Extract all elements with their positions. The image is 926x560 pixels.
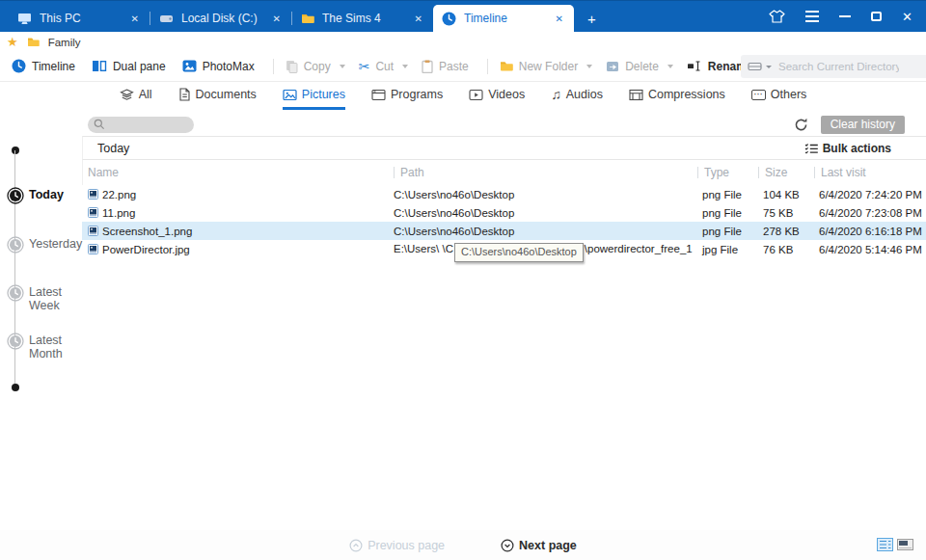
clock-icon: [7, 187, 24, 204]
sidebar-item-latest-week[interactable]: Latest Week: [7, 284, 79, 313]
clock-icon: [7, 284, 24, 302]
close-icon[interactable]: ✕: [129, 13, 141, 24]
sidebar-item-today[interactable]: Today: [7, 187, 64, 204]
clear-history-button[interactable]: Clear history: [821, 116, 905, 134]
table-row[interactable]: 22.png C:\Users\no46o\Desktop png File 1…: [82, 185, 926, 203]
paste-button[interactable]: Paste: [422, 60, 469, 73]
tab-timeline[interactable]: Timeline ✕: [433, 5, 574, 32]
file-manager-window: This PC ✕ Local Disk (C:) ✕ The Sims 4 ✕…: [0, 0, 926, 560]
filter-label: Audios: [566, 88, 603, 101]
file-size: 104 KB: [757, 189, 813, 200]
cut-button[interactable]: ✂ Cut: [359, 60, 394, 73]
file-type: png File: [696, 189, 757, 200]
chevron-down-icon[interactable]: [586, 65, 592, 68]
path-tooltip: C:\Users\no46o\Desktop: [454, 243, 584, 262]
close-icon[interactable]: ✕: [554, 13, 565, 24]
favorite-family[interactable]: Family: [48, 37, 81, 48]
history-search-pill[interactable]: [88, 117, 194, 133]
chevron-down-icon[interactable]: [766, 66, 772, 68]
column-name[interactable]: Name: [83, 160, 394, 185]
delete-icon: [606, 60, 619, 72]
tab-the-sims-4[interactable]: The Sims 4 ✕: [292, 5, 433, 32]
sidebar-item-latest-month[interactable]: Latest Month: [7, 333, 79, 361]
delete-button[interactable]: Delete: [606, 60, 659, 73]
photo-icon: [182, 60, 197, 72]
file-last-visit: 6/4/2020 5:14:46 PM: [813, 244, 926, 255]
filter-label: Programs: [391, 88, 443, 101]
next-page-label: Next page: [519, 539, 577, 552]
details-view-icon[interactable]: [877, 538, 893, 551]
window-controls: ✕: [769, 1, 926, 32]
table-row[interactable]: PowerDirector.jpg E:\Users\ \CC:\Users\n…: [82, 240, 926, 258]
photomax-button[interactable]: PhotoMax: [182, 60, 255, 73]
table-row-selected[interactable]: Screenshot_1.png C:\Users\no46o\Desktop …: [82, 222, 926, 240]
file-type: png File: [696, 226, 757, 237]
minimize-icon[interactable]: [839, 15, 851, 17]
timeline-button[interactable]: Timeline: [12, 59, 75, 73]
theme-shirt-icon[interactable]: [769, 10, 785, 23]
previous-page-button[interactable]: Previous page: [349, 539, 445, 552]
file-size: 76 KB: [757, 244, 813, 255]
history-search-input[interactable]: [108, 119, 185, 130]
column-type[interactable]: Type: [697, 160, 758, 185]
archive-box-icon: [629, 89, 643, 101]
filter-programs[interactable]: Programs: [371, 88, 443, 110]
dual-pane-button[interactable]: Dual pane: [92, 60, 166, 73]
tab-local-disk[interactable]: Local Disk (C:) ✕: [150, 5, 291, 32]
column-last-visit[interactable]: Last visit: [814, 160, 926, 185]
dual-pane-icon: [92, 60, 107, 72]
filter-audios[interactable]: ♫ Audios: [551, 88, 603, 110]
bulk-actions-button[interactable]: Bulk actions: [804, 142, 891, 155]
paste-label: Paste: [439, 60, 469, 73]
table-row[interactable]: 11.png C:\Users\no46o\Desktop png File 7…: [82, 203, 926, 222]
preview-view-icon[interactable]: [897, 539, 913, 550]
menu-icon[interactable]: [805, 11, 819, 22]
window-close-icon[interactable]: ✕: [902, 11, 912, 23]
toolbar-separator: [487, 59, 488, 74]
toolbar-separator: [273, 59, 274, 74]
copy-label: Copy: [304, 60, 331, 73]
timeline-label: Timeline: [32, 60, 75, 73]
chevron-down-icon[interactable]: [667, 65, 673, 68]
file-type: jpg File: [696, 244, 757, 255]
timeline-bottom-dot: [12, 384, 19, 391]
filter-videos[interactable]: Videos: [469, 88, 525, 110]
column-size[interactable]: Size: [758, 160, 814, 185]
refresh-icon[interactable]: [794, 118, 808, 132]
cut-label: Cut: [375, 60, 394, 73]
timeline-top-dot: [12, 147, 19, 154]
filter-label: All: [139, 88, 152, 101]
chevron-down-icon[interactable]: [402, 65, 408, 68]
filter-pictures[interactable]: Pictures: [283, 88, 345, 110]
bulk-actions-label: Bulk actions: [823, 142, 891, 155]
sidebar-item-yesterday[interactable]: Yesterday: [7, 236, 79, 253]
close-icon[interactable]: ✕: [271, 13, 283, 24]
sidebar-label: Yesterday: [29, 237, 79, 251]
file-name: Screenshot_1.png: [102, 226, 192, 237]
filter-label: Documents: [196, 88, 257, 101]
new-folder-button[interactable]: New Folder: [500, 60, 578, 73]
maximize-icon[interactable]: [871, 12, 882, 21]
new-tab-button[interactable]: +: [587, 12, 596, 26]
favorites-bar: ★ Family: [0, 33, 926, 51]
delete-label: Delete: [625, 60, 659, 73]
copy-button[interactable]: Copy: [286, 60, 331, 73]
tab-label: The Sims 4: [322, 12, 405, 25]
next-page-button[interactable]: Next page: [501, 539, 577, 552]
music-note-icon: ♫: [551, 88, 561, 101]
history-search-row: Clear history: [82, 110, 926, 136]
chevron-down-icon[interactable]: [340, 65, 345, 68]
tab-this-pc[interactable]: This PC ✕: [9, 5, 150, 32]
filter-all[interactable]: All: [120, 88, 152, 110]
filter-documents[interactable]: Documents: [178, 88, 257, 110]
column-path[interactable]: Path: [394, 160, 697, 185]
filter-others[interactable]: ⋯ Others: [751, 88, 807, 110]
circle-down-icon: [501, 539, 514, 552]
filter-label: Compressions: [648, 88, 725, 101]
footer: Previous page Next page: [0, 530, 926, 560]
close-icon[interactable]: ✕: [413, 13, 424, 24]
search-input[interactable]: [778, 61, 899, 72]
directory-search-box[interactable]: [741, 55, 926, 78]
filter-compressions[interactable]: Compressions: [629, 88, 725, 110]
file-name: PowerDirector.jpg: [102, 244, 190, 255]
